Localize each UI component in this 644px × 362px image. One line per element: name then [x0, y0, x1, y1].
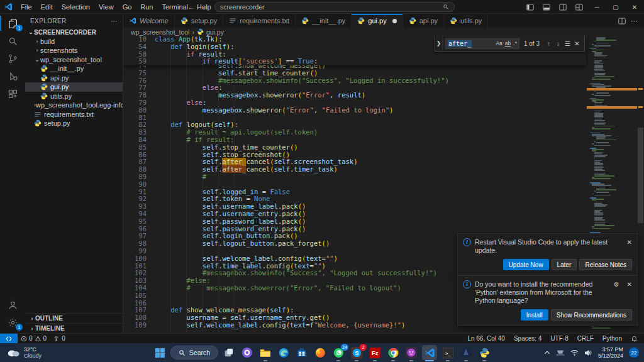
tree-item-setup-py[interactable]: setup.py [25, 119, 123, 128]
unsaved-dot-icon[interactable] [392, 19, 397, 23]
close-button[interactable]: ✕ [625, 0, 644, 14]
menu-selection[interactable]: Selection [57, 0, 94, 14]
tree-root[interactable]: ⌄SCREENRECORDER [25, 28, 123, 37]
notification-count-badge[interactable]: 22 [629, 348, 639, 358]
indentation[interactable]: Spaces: 4 [514, 335, 541, 342]
match-case-toggle[interactable]: Aa [496, 40, 502, 47]
maximize-button[interactable]: ▢ [606, 0, 625, 14]
remote-indicator[interactable] [0, 334, 18, 343]
run-debug-activity-icon[interactable] [0, 68, 25, 84]
ports-indicator[interactable]: 0 [50, 335, 69, 342]
dark-app-icon[interactable] [458, 345, 474, 360]
find-previous-icon[interactable]: ↑ [544, 40, 553, 47]
command-center-search[interactable]: screenrecorder [214, 2, 455, 12]
menu-view[interactable]: View [94, 0, 118, 14]
notification-gear-icon[interactable]: ⚙ [614, 280, 619, 305]
tree-item-build[interactable]: ›build [25, 37, 123, 47]
release-notes-button[interactable]: Release Notes [579, 259, 632, 270]
account-icon[interactable] [0, 297, 25, 313]
menu-file[interactable]: File [16, 0, 36, 14]
skype-icon[interactable]: S2 [349, 345, 364, 360]
extensions-activity-icon[interactable] [0, 85, 25, 102]
code-line[interactable]: 94 self.username_entry.pack() [123, 211, 644, 218]
tab-utils-py[interactable]: utils.py [444, 14, 488, 28]
problems-indicator[interactable]: 0 0 [18, 335, 50, 342]
store-icon[interactable] [294, 345, 309, 360]
split-editor-icon[interactable] [618, 18, 626, 25]
volume-icon[interactable] [584, 349, 592, 356]
eol-sequence[interactable]: CRLF [577, 335, 594, 342]
purple-app-icon[interactable] [404, 345, 419, 360]
tree-item-wp-screenshot-tool-egg-info[interactable]: ›wp_screenshot_tool.egg-info [25, 101, 123, 110]
tab--init-py[interactable]: __init__.py [296, 14, 352, 28]
regex-toggle[interactable]: .* [513, 40, 517, 47]
tab-requirements-txt[interactable]: requirements.txt [223, 14, 296, 28]
firefox-icon[interactable] [313, 345, 328, 360]
encoding[interactable]: UTF-8 [550, 335, 568, 342]
language-mode[interactable]: Python [602, 335, 622, 342]
find-input[interactable]: after_ Aa ab .* [445, 38, 519, 49]
breadcrumb-folder[interactable]: wp_screenshot_tool [131, 28, 189, 36]
taskbar-search-pill[interactable]: Search [170, 346, 218, 359]
sidebar-section-timeline[interactable]: ›TIMELINE [25, 323, 123, 333]
minimize-button[interactable]: ─ [587, 0, 606, 14]
menu-edit[interactable]: Edit [36, 0, 57, 14]
start-button[interactable] [152, 345, 167, 360]
notification-close-icon[interactable]: ✕ [627, 280, 632, 305]
terminal-icon[interactable]: >_ [440, 345, 455, 360]
menu-go[interactable]: Go [118, 0, 136, 14]
find-next-icon[interactable]: ↓ [553, 40, 563, 47]
notifications-bell-icon[interactable] [631, 335, 638, 342]
edge-icon[interactable] [276, 345, 291, 360]
update-now-button[interactable]: Update Now [503, 259, 549, 270]
tree-item-wp-screenshot-tool[interactable]: ⌄wp_screenshot_tool [25, 55, 123, 65]
tray-hidden-app-icon[interactable] [556, 349, 565, 356]
tree-item--init-py[interactable]: __init__.py [25, 64, 123, 74]
clock[interactable]: 3:57 PM 5/12/2024 [598, 346, 623, 359]
settings-gear-icon[interactable]: 1 [0, 314, 25, 331]
code-line[interactable]: 89 # [123, 173, 644, 181]
install-button[interactable]: Install [521, 309, 548, 321]
tree-item-api-py[interactable]: api.py [25, 74, 123, 83]
code-line[interactable]: 95 self.password_label.pack() [123, 218, 644, 226]
editor-more-actions-icon[interactable]: ⋯ [631, 17, 638, 25]
show-recommendations-button[interactable]: Show Recommendations [551, 309, 632, 321]
tree-item-screenshots[interactable]: ›screenshots [25, 46, 123, 55]
scrollbar-thumb[interactable] [638, 128, 643, 223]
tab-setup-py[interactable]: setup.py [175, 14, 224, 28]
whatsapp-icon[interactable]: 24 [331, 345, 346, 360]
menu-run[interactable]: Run [136, 0, 157, 14]
find-close-icon[interactable]: ✕ [572, 40, 582, 47]
later-button[interactable]: Later [552, 259, 577, 270]
editor-scrollbar[interactable] [637, 36, 644, 333]
tree-item-utils-py[interactable]: utils.py [25, 92, 123, 101]
explorer-activity-icon[interactable]: 1 [0, 15, 25, 31]
filezilla-icon[interactable]: Fz [367, 345, 382, 360]
code-line[interactable]: 59 if result['success'] == True: [123, 58, 586, 65]
python-taskbar-icon[interactable] [477, 345, 492, 360]
weather-widget[interactable]: 32°C Cloudy [0, 346, 42, 359]
find-in-selection-icon[interactable]: ☰ [563, 40, 572, 47]
task-view-icon[interactable] [221, 345, 236, 360]
vscode-taskbar-icon[interactable] [422, 345, 437, 360]
whole-word-toggle[interactable]: ab [505, 40, 511, 47]
nav-back-icon[interactable]: ← [187, 3, 195, 11]
tab-gui-py[interactable]: gui.py [352, 14, 402, 28]
tree-item-gui-py[interactable]: gui.py [25, 82, 123, 92]
find-expand-chevron-icon[interactable]: ❯ [435, 36, 443, 51]
explorer-more-actions-icon[interactable]: ⋯ [111, 18, 118, 25]
customize-layout-icon[interactable] [571, 0, 587, 14]
toggle-sidebar-icon[interactable] [522, 0, 538, 14]
tab-api-py[interactable]: api.py [403, 14, 444, 28]
cursor-position[interactable]: Ln 66, Col 40 [467, 335, 505, 342]
breadcrumb-file[interactable]: gui.py [206, 28, 224, 36]
nav-forward-icon[interactable]: → [201, 3, 209, 11]
code-line[interactable]: 84 # if result: [123, 136, 644, 144]
tree-item-requirements-txt[interactable]: requirements.txt [25, 110, 123, 119]
toggle-panel-icon[interactable] [538, 0, 555, 14]
file-explorer-icon[interactable] [258, 345, 273, 360]
code-line[interactable]: 85 self.stop_time_counter() [123, 144, 644, 151]
sidebar-section-outline[interactable]: ›OUTLINE [25, 313, 123, 323]
toggle-secondary-sidebar-icon[interactable] [555, 0, 571, 14]
source-control-activity-icon[interactable] [0, 50, 25, 67]
